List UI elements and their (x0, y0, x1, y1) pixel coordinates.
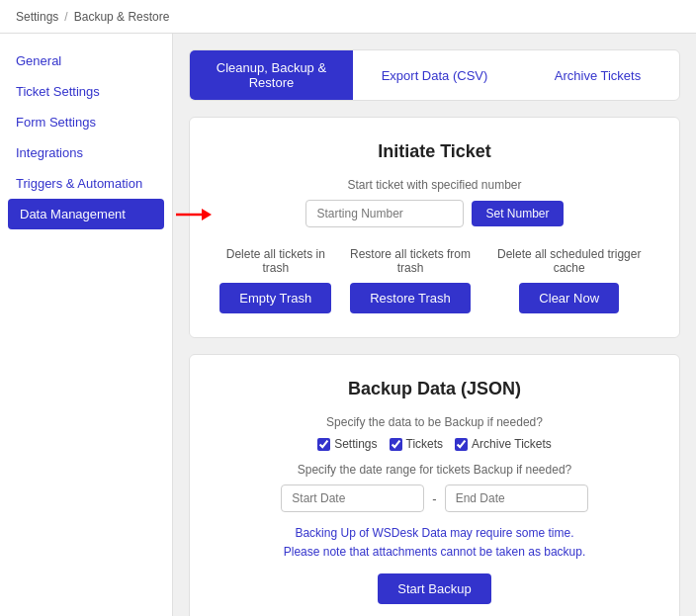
end-date-input[interactable] (445, 484, 588, 512)
topbar-separator: / (64, 10, 67, 24)
backup-title: Backup Data (JSON) (214, 379, 655, 399)
initiate-ticket-title: Initiate Ticket (214, 141, 655, 162)
clear-now-button[interactable]: Clear Now (519, 283, 619, 313)
sidebar-item-form-settings[interactable]: Form Settings (0, 107, 172, 137)
date-range-row: - (214, 484, 655, 512)
start-date-input[interactable] (281, 484, 424, 512)
restore-trash-col: Restore all tickets from trash Restore T… (338, 247, 483, 313)
topbar-section: Backup & Restore (74, 10, 170, 24)
svg-marker-1 (202, 209, 212, 220)
empty-trash-col: Delete all tickets in trash Empty Trash (214, 247, 338, 313)
date-separator: - (432, 491, 436, 506)
sidebar-item-triggers-automation[interactable]: Triggers & Automation (0, 168, 172, 199)
backup-checkboxes: Settings Tickets Archive Tickets (214, 437, 655, 451)
sidebar-item-data-management[interactable]: Data Management (8, 199, 164, 229)
tab-archive[interactable]: Archive Tickets (516, 50, 679, 100)
tab-bar: Cleanup, Backup & Restore Export Data (C… (189, 49, 680, 101)
checkbox-settings[interactable]: Settings (317, 437, 377, 451)
initiate-ticket-card: Initiate Ticket Start ticket with specif… (189, 117, 680, 338)
sidebar-item-general[interactable]: General (0, 45, 172, 76)
empty-trash-button[interactable]: Empty Trash (219, 283, 331, 313)
clear-cache-col: Delete all scheduled trigger cache Clear… (482, 247, 655, 313)
backup-card: Backup Data (JSON) Specify the data to b… (189, 354, 680, 616)
checkbox-settings-input[interactable] (317, 438, 330, 451)
topbar: Settings / Backup & Restore (0, 0, 696, 34)
topbar-settings: Settings (16, 10, 58, 24)
sidebar-item-integrations[interactable]: Integrations (0, 137, 172, 168)
checkbox-tickets[interactable]: Tickets (390, 437, 444, 451)
restore-trash-button[interactable]: Restore Trash (350, 283, 471, 313)
main-content: Cleanup, Backup & Restore Export Data (C… (173, 34, 696, 616)
set-number-button[interactable]: Set Number (472, 201, 563, 226)
tab-export[interactable]: Export Data (CSV) (353, 50, 516, 100)
trash-actions-row: Delete all tickets in trash Empty Trash … (214, 247, 655, 313)
starting-number-input[interactable] (305, 200, 464, 227)
sidebar: General Ticket Settings Form Settings In… (0, 34, 173, 616)
sidebar-item-ticket-settings[interactable]: Ticket Settings (0, 76, 172, 107)
backup-specify-label: Specify the data to be Backup if needed? (214, 415, 655, 429)
tab-cleanup[interactable]: Cleanup, Backup & Restore (190, 50, 353, 100)
initiate-ticket-label: Start ticket with specified number (214, 178, 655, 192)
restore-trash-label: Restore all tickets from trash (338, 247, 483, 275)
red-arrow-icon (176, 205, 212, 224)
start-backup-button[interactable]: Start Backup (378, 573, 490, 604)
clear-cache-label: Delete all scheduled trigger cache (482, 247, 655, 275)
checkbox-archive-tickets[interactable]: Archive Tickets (455, 437, 552, 451)
checkbox-archive-input[interactable] (455, 438, 468, 451)
checkbox-tickets-input[interactable] (390, 438, 402, 451)
backup-note: Backing Up of WSDesk Data may require so… (214, 524, 655, 562)
empty-trash-label: Delete all tickets in trash (214, 247, 338, 275)
date-range-label: Specify the date range for tickets Backu… (214, 463, 655, 477)
